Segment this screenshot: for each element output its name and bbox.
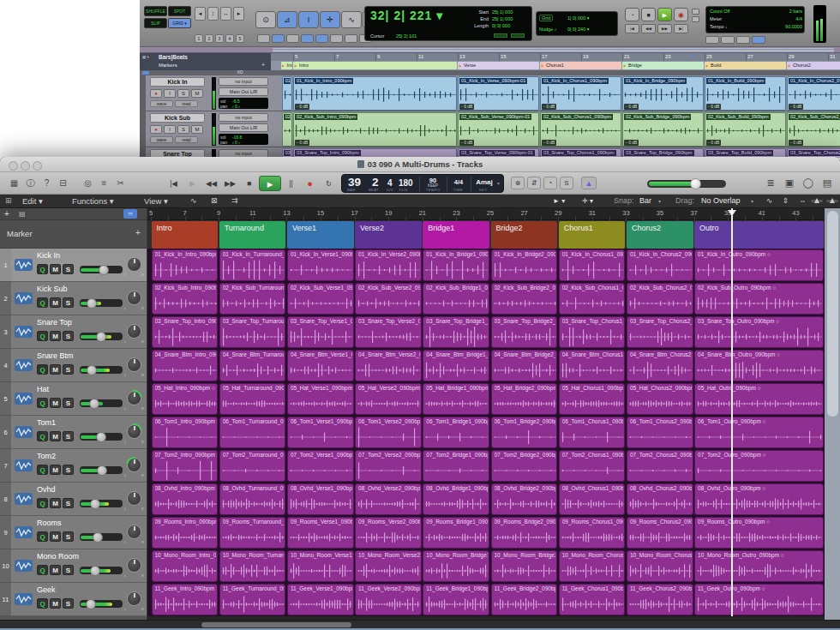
pan-knob[interactable]: [127, 491, 141, 506]
volume-slider-thumb[interactable]: [90, 499, 100, 509]
pt-grabber-tool[interactable]: ✛: [320, 11, 340, 28]
pt-marker-intro[interactable]: ◆Intro: [293, 62, 457, 69]
autopunch-button[interactable]: ⇵: [527, 177, 541, 189]
tuner-button[interactable]: ◔: [543, 177, 557, 189]
region-09_rooms-bridge1[interactable]: 09_Rooms_Bridge1_090bpm: [423, 517, 489, 549]
pt-clip-gain-badge[interactable]: ◦ 0 dB: [789, 140, 803, 146]
pt-input-selector[interactable]: no input: [219, 77, 268, 86]
pt-track-grip[interactable]: [140, 75, 146, 111]
snap-chevron-icon[interactable]: ▾: [658, 198, 661, 204]
region-11_geek-chorus1[interactable]: 11_Geek_Chorus1_090bpm: [559, 584, 626, 615]
region-08_ovhd-bridge1[interactable]: 08_Ovhd_Bridge1_090bpm: [423, 483, 489, 515]
master-level-button[interactable]: ▲: [581, 177, 597, 189]
region-02_kick_sub-bridge1[interactable]: 02_Kick_Sub_Bridge1_090bpm: [423, 283, 489, 315]
pt-clip-gain-badge[interactable]: ◦ 0 dB: [624, 140, 639, 146]
pt-volpan-display[interactable]: vol-16.8pan‹ 0 ›: [219, 134, 268, 145]
region-03_snare_top-outro[interactable]: 03_Snare_Top_Outro_090bpm ○: [694, 316, 824, 348]
pt-record-button[interactable]: ◉: [674, 8, 688, 21]
region-01_kick_in-verse1[interactable]: 01_Kick_In_Verse1_090bpm: [287, 249, 354, 281]
add-marker-button[interactable]: +: [135, 228, 141, 237]
master-volume-knob[interactable]: [690, 178, 701, 189]
pt-grid-value[interactable]: 1| 0| 000 ▾: [567, 15, 590, 21]
track-name[interactable]: Ovhd: [37, 485, 119, 494]
quantize-button[interactable]: Q: [37, 331, 48, 341]
pt-region[interactable]: 02_Kick_Sub_Build_090bpm◦ 0 dB: [705, 112, 786, 147]
volume-slider[interactable]: [80, 366, 123, 374]
solo-button[interactable]: S: [63, 364, 74, 375]
volume-slider-thumb[interactable]: [90, 566, 100, 576]
marker-chorus2[interactable]: Chorus2: [627, 221, 693, 249]
pt-view-selector-wave[interactable]: wave: [150, 100, 173, 107]
pt-selector-tool[interactable]: I: [298, 11, 319, 28]
track-header-04_snare_btm[interactable]: Snare BtmQMSLR: [11, 349, 147, 382]
pt-zoom-preset-1[interactable]: 1: [195, 34, 203, 43]
pt-clip-gain-badge[interactable]: ◦ 0 dB: [706, 104, 721, 110]
pt-clip-gain-badge[interactable]: ◦ 0 dB: [295, 104, 309, 110]
tracks-area-icon[interactable]: ⊞: [5, 196, 12, 205]
pt-region[interactable]: 01_Kick_In_Build_090bpm◦ 0 dB: [705, 76, 786, 111]
region-01_kick_in-chorus1[interactable]: 01_Kick_In_Chorus1_090bpm: [559, 249, 626, 281]
solo-button[interactable]: S: [63, 431, 74, 441]
horizontal-scrollbar-thumb[interactable]: [201, 622, 351, 627]
pt-zoom-control-2[interactable]: ↔: [220, 7, 231, 21]
region-01_kick_in-outro[interactable]: 01_Kick_In_Outro_090bpm ○: [694, 249, 824, 281]
pt-edit-option-button-0[interactable]: [257, 34, 270, 43]
pt-scrubber-tool[interactable]: ∿: [341, 11, 362, 28]
pt-midi-merge-button[interactable]: [752, 36, 765, 44]
command-click-tool-menu[interactable]: ✛ ▾: [582, 197, 593, 205]
pt-region[interactable]: 01_Kick_In_Intro_090bpm◦ 0 dB: [293, 76, 457, 111]
region-10_mono_room-verse1[interactable]: 10_Mono_Room_Verse1_090bpm: [287, 550, 354, 582]
snap-value[interactable]: Bar: [639, 196, 651, 205]
pt-locate-button-1[interactable]: ◀◀: [641, 24, 656, 33]
region-03_snare_top-chorus1[interactable]: 03_Snare_Top_Chorus1_090bpm: [559, 316, 626, 348]
mute-button[interactable]: M: [50, 331, 61, 341]
region-10_mono_room-bridge2[interactable]: 10_Mono_Room_Bridge2_090bpm: [491, 550, 558, 582]
region-08_ovhd-outro[interactable]: 08_Ovhd_Outro_090bpm ○: [694, 483, 824, 515]
track-name[interactable]: Tom1: [37, 418, 119, 427]
pt-zoom-control-0[interactable]: ◂: [195, 7, 206, 21]
volume-slider[interactable]: [80, 533, 123, 541]
region-09_rooms-chorus2[interactable]: 09_Rooms_Chorus2_090bpm: [627, 517, 693, 549]
region-09_rooms-verse2[interactable]: 09_Rooms_Verse2_090bpm: [355, 517, 422, 549]
pt-region[interactable]: 01_Kick_In_Chorus1_090bpm◦ 0 dB: [540, 76, 621, 111]
region-11_geek-verse1[interactable]: 11_Geek_Verse1_090bpm: [287, 584, 354, 615]
list-editors-icon[interactable]: ≣: [763, 176, 778, 190]
pan-knob[interactable]: [127, 357, 141, 372]
region-01_kick_in-verse2[interactable]: 01_Kick_In_Verse2_090bpm: [355, 249, 422, 281]
pt-region[interactable]: 02_Kick: [282, 112, 292, 147]
mute-button[interactable]: M: [50, 431, 61, 441]
region-03_snare_top-intro[interactable]: 03_Snare_Top_Intro_090bpm: [152, 316, 219, 348]
region-03_snare_top-bridge1[interactable]: 03_Snare_Top_Bridge1_090bpm: [423, 316, 489, 348]
pt-marker-bridge[interactable]: ◆Bridge: [622, 62, 704, 69]
volume-slider[interactable]: [80, 433, 123, 441]
solo-button[interactable]: S: [63, 297, 74, 308]
pt-marker-chorus1[interactable]: ◆Chorus1: [540, 62, 621, 69]
pt-edit-option-button-6[interactable]: [345, 34, 357, 43]
pt-input-monitor-button[interactable]: I: [164, 89, 176, 98]
quantize-button[interactable]: Q: [37, 465, 48, 475]
track-header-10_mono_room[interactable]: Mono RoomQMSLR: [11, 549, 147, 583]
region-03_snare_top-verse2[interactable]: 03_Snare_Top_Verse2_090bpm: [355, 316, 422, 348]
pt-region[interactable]: 01_Kick_In_Verse_090bpm-01◦ 0 dB: [458, 76, 539, 111]
region-04_snare_btm-verse2[interactable]: 04_Snare_Btm_Verse2_090bpm: [355, 350, 422, 381]
region-01_kick_in-chorus2[interactable]: 01_Kick_In_Chorus2_090bpm: [627, 249, 693, 281]
marquee-icon[interactable]: ⊠: [211, 196, 218, 205]
volume-slider[interactable]: [80, 500, 123, 507]
region-01_kick_in-intro[interactable]: 01_Kick_In_Intro_090bpm: [152, 249, 219, 281]
quantize-button[interactable]: Q: [37, 565, 48, 575]
region-07_tom2-bridge1[interactable]: 07_Tom2_Bridge1_090bpm: [423, 450, 489, 482]
region-07_tom2-verse1[interactable]: 07_Tom2_Verse1_090bpm: [287, 450, 354, 482]
lcd-beat[interactable]: 2: [372, 176, 379, 189]
horizontal-scrollbar[interactable]: [0, 620, 840, 628]
pt-locate-button-0[interactable]: |◀: [625, 24, 639, 33]
pt-online-button[interactable]: ◔: [625, 8, 639, 21]
region-08_ovhd-turnaround[interactable]: 08_Ovhd_Turnaround_090bpm: [219, 483, 286, 515]
solo-button[interactable]: S: [63, 264, 74, 274]
pt-region[interactable]: 01_Kick_In_Chorus2_090bpm◦ 0 dB: [787, 76, 840, 111]
no-input-monitor-button[interactable]: ⊗: [511, 177, 525, 189]
pt-locate-button-2[interactable]: ▶▶: [657, 24, 672, 33]
volume-slider[interactable]: [80, 466, 123, 474]
automation-icon[interactable]: ∿: [190, 196, 197, 205]
quantize-button[interactable]: Q: [37, 264, 48, 274]
track-header-06_tom1[interactable]: Tom1QMSLR: [11, 416, 147, 449]
